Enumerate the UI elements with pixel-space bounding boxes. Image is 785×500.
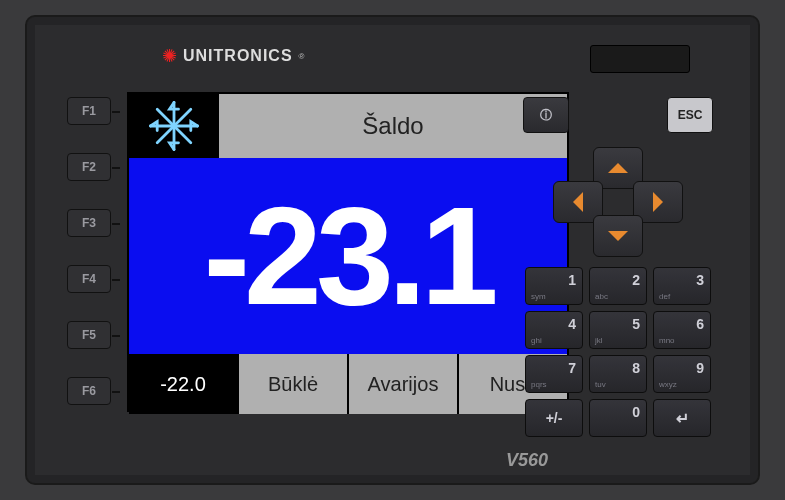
key-7[interactable]: 7pqrs (525, 355, 583, 393)
snowflake-icon (146, 98, 202, 154)
dpad (553, 147, 683, 257)
alarms-button[interactable]: Avarijos (347, 354, 457, 414)
f3-key[interactable]: F3 (67, 209, 111, 237)
brand-logo-icon: ✺ (162, 45, 177, 67)
key-2[interactable]: 2abc (589, 267, 647, 305)
setpoint-readout[interactable]: -22.0 (129, 354, 237, 414)
screen-title: Šaldo (219, 94, 567, 158)
lcd-screen: Šaldo -23.1 -22.0 Būklė Avarijos Nust. (127, 92, 569, 412)
f4-key[interactable]: F4 (67, 265, 111, 293)
esc-button[interactable]: ESC (667, 97, 713, 133)
key-3[interactable]: 3def (653, 267, 711, 305)
brand-name: UNITRONICS (183, 47, 293, 65)
info-button[interactable]: ⓘ (523, 97, 569, 133)
arrow-right-icon (653, 192, 663, 212)
status-button[interactable]: Būklė (237, 354, 347, 414)
key-0[interactable]: 0 (589, 399, 647, 437)
aux-display (590, 45, 690, 73)
function-key-column: F1 F2 F3 F4 F5 F6 (67, 97, 111, 405)
f5-key[interactable]: F5 (67, 321, 111, 349)
f1-key[interactable]: F1 (67, 97, 111, 125)
dpad-down-button[interactable] (593, 215, 643, 257)
right-panel: ⓘ ESC 1sym 2abc 3def 4ghi 5jkl 6mno 7pqr… (523, 97, 713, 437)
key-enter[interactable]: ↵ (653, 399, 711, 437)
key-sign[interactable]: +/- (525, 399, 583, 437)
arrow-down-icon (608, 231, 628, 241)
arrow-up-icon (608, 163, 628, 173)
model-label: V560 (506, 450, 548, 471)
arrow-left-icon (573, 192, 583, 212)
device-panel: ✺ UNITRONICS ® F1 F2 F3 F4 F5 F6 (25, 15, 760, 485)
key-5[interactable]: 5jkl (589, 311, 647, 349)
brand: ✺ UNITRONICS ® (162, 45, 304, 67)
registered-mark: ® (299, 52, 305, 61)
mode-icon-cell (129, 94, 219, 158)
f6-key[interactable]: F6 (67, 377, 111, 405)
lcd-header: Šaldo (129, 94, 567, 158)
key-4[interactable]: 4ghi (525, 311, 583, 349)
numeric-keypad: 1sym 2abc 3def 4ghi 5jkl 6mno 7pqrs 8tuv… (523, 267, 713, 437)
key-6[interactable]: 6mno (653, 311, 711, 349)
f2-key[interactable]: F2 (67, 153, 111, 181)
key-9[interactable]: 9wxyz (653, 355, 711, 393)
key-8[interactable]: 8tuv (589, 355, 647, 393)
main-readout: -23.1 (129, 158, 567, 354)
enter-icon: ↵ (654, 400, 710, 436)
lcd-footer: -22.0 Būklė Avarijos Nust. (129, 354, 567, 414)
key-1[interactable]: 1sym (525, 267, 583, 305)
